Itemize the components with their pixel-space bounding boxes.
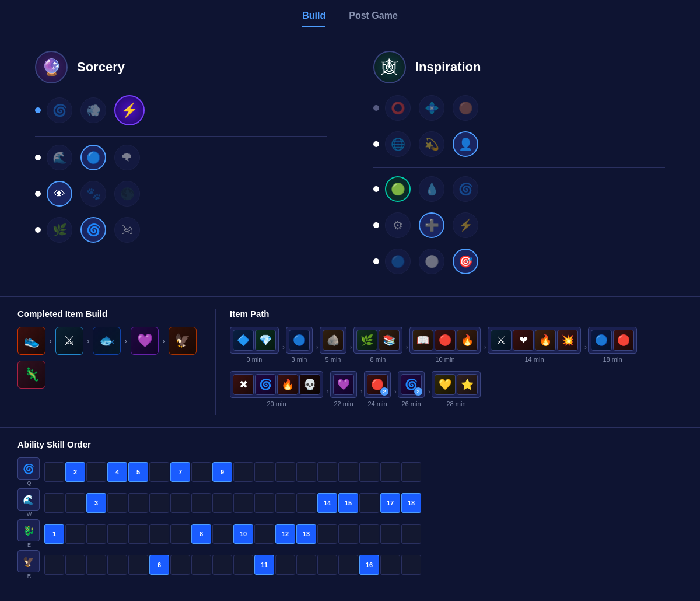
insp-rune-4-0[interactable]: 🔵 xyxy=(385,249,411,274)
item-group-8min: 🌿 📚 8 min xyxy=(354,327,402,363)
path-item-5-2[interactable]: 🔥 xyxy=(535,330,556,351)
ability-icon-E[interactable]: 🐉 xyxy=(18,519,40,541)
insp-rune-2-0[interactable]: 🟢 xyxy=(385,176,411,202)
path-item-4-1[interactable]: 🔴 xyxy=(435,330,456,351)
r-cell-3 xyxy=(86,555,106,575)
path-item-10-0[interactable]: 🌀 2 xyxy=(401,374,422,395)
path-arrow-6: › xyxy=(327,387,329,407)
item-group-20min: ✖ 🌀 🔥 💀 20 min xyxy=(230,371,323,407)
sorcery-rune-0-2[interactable]: ⚡ xyxy=(114,95,145,125)
time-14min: 14 min xyxy=(524,356,544,363)
insp-rune-1-1[interactable]: 💫 xyxy=(419,131,444,157)
insp-rune-4-1[interactable]: ⚪ xyxy=(419,249,444,274)
sorcery-rune-0-0[interactable]: 🌀 xyxy=(47,97,72,123)
insp-rune-4-2[interactable]: 🎯 xyxy=(453,249,478,274)
ability-icon-Q[interactable]: 🌀 xyxy=(18,457,40,480)
insp-rune-2-2[interactable]: 🌀 xyxy=(453,176,478,202)
sorcery-rune-3-1[interactable]: 🌀 xyxy=(80,217,106,243)
path-item-3-0[interactable]: 🌿 xyxy=(356,330,377,351)
path-item-5-0[interactable]: ⚔ xyxy=(491,330,512,351)
q-cell-10 xyxy=(233,462,253,482)
w-cell-14: 14 xyxy=(317,493,337,513)
path-item-11-1[interactable]: ⭐ xyxy=(457,374,478,395)
insp-rune-0-1[interactable]: 💠 xyxy=(419,95,444,121)
w-cell-2 xyxy=(65,493,85,513)
ability-icon-R[interactable]: 🦅 xyxy=(18,550,40,572)
tab-post-game[interactable]: Post Game xyxy=(349,11,398,27)
r-cell-1 xyxy=(44,555,64,575)
q-cell-5: 5 xyxy=(128,462,148,482)
item-group-18min: 🔵 🔴 18 min xyxy=(588,327,637,363)
completed-item-5[interactable]: 🦎 xyxy=(18,361,46,389)
path-item-8-0[interactable]: 💜 xyxy=(333,374,354,395)
e-cell-5 xyxy=(128,524,148,544)
insp-rune-0-2[interactable]: 🟤 xyxy=(453,95,478,121)
path-item-6-0[interactable]: 🔵 xyxy=(591,330,612,351)
r-cell-10 xyxy=(233,555,253,575)
completed-item-2[interactable]: 🐟 xyxy=(93,327,121,355)
sorcery-row-1: 🌊 🔵 🌪 xyxy=(35,145,327,170)
path-item-7-1[interactable]: 🌀 xyxy=(255,374,276,395)
item-group-5min-items: 🪨 xyxy=(320,327,346,354)
w-cell-4 xyxy=(107,493,127,513)
w-cell-3: 3 xyxy=(86,493,106,513)
sorcery-rune-3-2[interactable]: 🌬 xyxy=(114,217,140,243)
w-cell-1 xyxy=(44,493,64,513)
path-item-7-2[interactable]: 🔥 xyxy=(277,374,298,395)
path-item-0-0[interactable]: 🔷 xyxy=(233,330,254,351)
path-item-5-1[interactable]: ❤ xyxy=(513,330,534,351)
e-cell-6 xyxy=(149,524,169,544)
sorcery-rune-3-0[interactable]: 🌿 xyxy=(47,217,72,243)
path-item-0-1[interactable]: 💎 xyxy=(255,330,276,351)
path-item-4-0[interactable]: 📖 xyxy=(412,330,433,351)
r-cell-11: 11 xyxy=(254,555,274,575)
insp-rune-0-0[interactable]: ⭕ xyxy=(385,95,411,121)
path-item-1-0[interactable]: 🔵 xyxy=(289,330,310,351)
r-cell-9 xyxy=(212,555,232,575)
insp-rune-3-1[interactable]: ➕ xyxy=(419,212,444,238)
sorcery-rune-1-0[interactable]: 🌊 xyxy=(47,145,72,170)
sorcery-rune-2-2[interactable]: 🌑 xyxy=(114,181,140,207)
ability-icon-W[interactable]: 🌊 xyxy=(18,488,40,511)
insp-rune-3-0[interactable]: ⚙ xyxy=(385,212,411,238)
path-item-7-3[interactable]: 💀 xyxy=(299,374,320,395)
sorcery-rune-2-0[interactable]: 👁 xyxy=(47,181,72,207)
time-8min: 8 min xyxy=(370,356,386,363)
path-item-2-0[interactable]: 🪨 xyxy=(323,330,344,351)
completed-build: Completed Item Build 👟 › ⚔ › 🐟 › 💜 › 🦅 🦎 xyxy=(18,309,216,415)
insp-rune-1-0[interactable]: 🌐 xyxy=(385,131,411,157)
path-item-6-1[interactable]: 🔴 xyxy=(613,330,634,351)
sorcery-rune-1-2[interactable]: 🌪 xyxy=(114,145,140,170)
insp-rune-2-1[interactable]: 💧 xyxy=(419,176,444,202)
sorcery-row-2: 👁 🐾 🌑 xyxy=(35,181,327,207)
path-item-7-0[interactable]: ✖ xyxy=(233,374,254,395)
e-cell-16 xyxy=(359,524,379,544)
insp-rune-3-2[interactable]: ⚡ xyxy=(453,212,478,238)
path-item-5-3[interactable]: 💥 xyxy=(557,330,578,351)
path-item-3-1[interactable]: 📚 xyxy=(379,330,400,351)
completed-item-1[interactable]: ⚔ xyxy=(55,327,83,355)
e-cell-10: 10 xyxy=(233,524,253,544)
sorcery-rune-2-1[interactable]: 🐾 xyxy=(80,181,106,207)
path-item-9-0[interactable]: 🔴 2 xyxy=(367,374,388,395)
tabs-bar: Build Post Game xyxy=(0,0,700,33)
badge-10-0: 2 xyxy=(414,387,422,396)
e-cell-15 xyxy=(338,524,358,544)
item-group-28min-items: 💛 ⭐ xyxy=(432,371,481,398)
q-cell-11 xyxy=(254,462,274,482)
path-arrow-8: › xyxy=(394,387,397,407)
sorcery-rune-1-1[interactable]: 🔵 xyxy=(80,145,106,170)
completed-item-3[interactable]: 💜 xyxy=(131,327,159,355)
path-arrow-9: › xyxy=(428,387,430,407)
completed-item-0[interactable]: 👟 xyxy=(18,327,46,355)
completed-item-4[interactable]: 🦅 xyxy=(169,327,197,355)
tab-build[interactable]: Build xyxy=(302,11,326,27)
item-group-26min-items: 🌀 2 xyxy=(398,371,425,398)
q-cell-15 xyxy=(338,462,358,482)
item-path: Item Path 🔷 💎 0 min › 🔵 3 min › 🪨 xyxy=(216,309,682,415)
sorcery-items-3: 🌿 🌀 🌬 xyxy=(47,217,140,243)
path-item-4-2[interactable]: 🔥 xyxy=(457,330,478,351)
sorcery-rune-0-1[interactable]: 💨 xyxy=(80,97,106,123)
path-item-11-0[interactable]: 💛 xyxy=(435,374,456,395)
insp-rune-1-2[interactable]: 👤 xyxy=(453,131,478,157)
